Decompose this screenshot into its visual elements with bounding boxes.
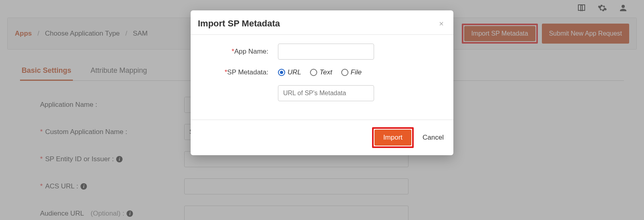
modal-overlay: Import SP Metadata × *App Name: *SP Meta… xyxy=(0,0,644,220)
radio-url-label: URL xyxy=(288,68,301,76)
radio-text-input[interactable] xyxy=(310,69,317,76)
sp-metadata-radios: URL Text File xyxy=(278,68,362,76)
radio-text-label: Text xyxy=(320,68,332,76)
import-sp-metadata-modal: Import SP Metadata × *App Name: *SP Meta… xyxy=(191,10,453,155)
app-name-label: *App Name: xyxy=(202,48,278,56)
modal-title: Import SP Metadata xyxy=(198,18,280,29)
app-name-input[interactable] xyxy=(278,44,374,60)
sp-metadata-url-input[interactable] xyxy=(278,85,374,101)
sp-metadata-label: *SP Metadata: xyxy=(202,68,278,76)
radio-file-label: File xyxy=(351,68,362,76)
radio-text[interactable]: Text xyxy=(310,68,332,76)
highlight-import-button: Import xyxy=(372,127,414,148)
radio-file[interactable]: File xyxy=(341,68,362,76)
close-icon[interactable]: × xyxy=(439,19,444,28)
radio-url[interactable]: URL xyxy=(278,68,301,76)
cancel-button[interactable]: Cancel xyxy=(423,134,444,142)
radio-file-input[interactable] xyxy=(341,69,348,76)
radio-url-input[interactable] xyxy=(278,69,285,76)
import-button[interactable]: Import xyxy=(374,130,411,146)
